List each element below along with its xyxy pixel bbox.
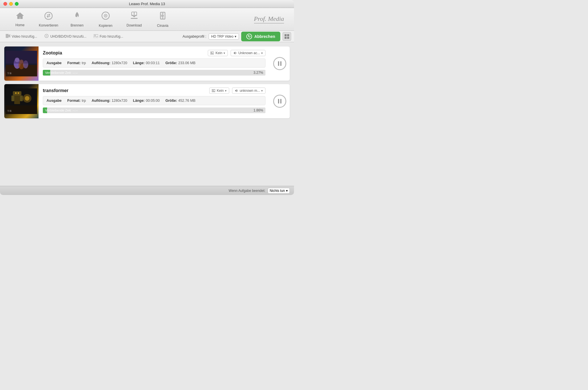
svg-rect-14 bbox=[287, 34, 289, 36]
chevron-down-icon: ▾ bbox=[225, 89, 227, 93]
svg-rect-34 bbox=[20, 96, 23, 101]
subtitle-dropdown-zootopia[interactable]: Kein ▾ bbox=[208, 50, 228, 56]
convert-icon bbox=[44, 11, 53, 22]
progress-remaining-transformer: Verbleibende Zeit: --:-- bbox=[45, 109, 78, 112]
minimize-button[interactable] bbox=[9, 2, 13, 6]
toolbar-item-burn[interactable]: Brennen bbox=[63, 9, 91, 29]
chevron-down-icon: ▾ bbox=[223, 51, 225, 55]
refresh-icon: ↻ bbox=[246, 34, 252, 39]
traffic-lights bbox=[3, 2, 19, 6]
progress-remaining-zootopia: Verbleibende Zeit: --:-- bbox=[45, 71, 78, 74]
media-details-zootopia: Ausgabe Format: trp Auflösung: 1280x720 … bbox=[43, 58, 265, 68]
media-title-transformer: transformer bbox=[43, 88, 206, 93]
main-toolbar: Home Konvertieren Brennen Kopieren bbox=[0, 8, 294, 31]
thumbnail-zootopia: 字幕 bbox=[4, 46, 39, 81]
svg-rect-42 bbox=[212, 91, 215, 92]
svg-rect-8 bbox=[6, 34, 9, 38]
toolbar-label-copy: Kopieren bbox=[99, 24, 112, 28]
pause-area-zootopia bbox=[270, 46, 290, 81]
svg-point-38 bbox=[25, 96, 29, 101]
progress-percent-transformer: 1.86% bbox=[253, 108, 263, 112]
svg-rect-36 bbox=[18, 92, 19, 94]
burn-icon bbox=[74, 11, 80, 22]
svg-rect-13 bbox=[285, 34, 287, 36]
toolbar-label-home: Home bbox=[15, 23, 25, 27]
media-info-transformer: transformer Kein ▾ unknown m... bbox=[39, 84, 270, 118]
svg-rect-31 bbox=[14, 94, 20, 104]
video-add-icon bbox=[6, 34, 10, 39]
svg-point-2 bbox=[105, 15, 106, 16]
svg-rect-16 bbox=[287, 37, 289, 39]
status-label: Wenn Aufgabe beendet: bbox=[229, 189, 265, 193]
media-item-transformer: 字幕 transformer Kein ▾ bbox=[4, 84, 290, 118]
toolbar-label-download: Download bbox=[126, 23, 142, 27]
progress-area-transformer: Verbleibende Zeit: --:-- 1.86% bbox=[43, 107, 265, 113]
svg-point-10 bbox=[46, 35, 47, 36]
pause-button-zootopia[interactable] bbox=[273, 57, 286, 70]
output-profile-select[interactable]: HD TRP Video ▾ bbox=[209, 33, 239, 40]
svg-text:字幕: 字幕 bbox=[7, 110, 12, 112]
add-video-button[interactable]: Video hinzufüg... bbox=[3, 33, 40, 40]
toolbar-item-home[interactable]: Home bbox=[6, 9, 34, 29]
sub-toolbar: Video hinzufüg... UHD/BD/DVD hinzufü... … bbox=[0, 31, 294, 42]
chevron-down-icon: ▾ bbox=[261, 89, 263, 93]
toolbar-item-copy[interactable]: Kopieren bbox=[91, 9, 120, 29]
toolbar-label-burn: Brennen bbox=[71, 23, 83, 27]
chevron-down-icon: ▾ bbox=[286, 189, 288, 193]
toolbar-item-download[interactable]: Download bbox=[120, 9, 148, 29]
media-header-zootopia: Zootopia Kein ▾ Unknown ac... bbox=[43, 50, 265, 56]
window-title: Leawo Prof. Media 13 bbox=[129, 2, 165, 6]
svg-rect-28 bbox=[211, 53, 213, 54]
svg-rect-33 bbox=[11, 96, 14, 101]
media-title-zootopia: Zootopia bbox=[43, 50, 205, 56]
title-bar: Leawo Prof. Media 13 bbox=[0, 0, 294, 8]
toolbar-item-cinavia[interactable]: Cinavia bbox=[148, 9, 177, 29]
main-content: 字幕 Zootopia Kein ▾ bbox=[0, 42, 294, 126]
download-icon bbox=[130, 11, 138, 22]
add-photo-button[interactable]: Foto hinzufüg... bbox=[91, 33, 126, 40]
media-item-zootopia: 字幕 Zootopia Kein ▾ bbox=[4, 46, 290, 81]
cancel-button[interactable]: ↻ Abbrechen bbox=[241, 32, 280, 41]
chevron-down-icon: ▾ bbox=[261, 51, 263, 55]
svg-rect-40 bbox=[212, 90, 215, 92]
svg-rect-41 bbox=[212, 90, 214, 91]
status-select[interactable]: Nichts tun ▾ bbox=[268, 188, 290, 194]
svg-rect-27 bbox=[211, 52, 212, 53]
audio-dropdown-zootopia[interactable]: Unknown ac... ▾ bbox=[231, 50, 265, 56]
uhd-add-icon bbox=[44, 34, 49, 39]
pause-icon-zootopia bbox=[278, 61, 281, 66]
photo-add-icon bbox=[94, 34, 98, 39]
progress-bar-zootopia: Verbleibende Zeit: --:-- 3.27% bbox=[43, 70, 265, 76]
progress-area-zootopia: Verbleibende Zeit: --:-- 3.27% bbox=[43, 70, 265, 76]
grid-view-button[interactable] bbox=[283, 32, 291, 41]
status-bar: Wenn Aufgabe beendet: Nichts tun ▾ bbox=[0, 186, 294, 195]
chevron-down-icon: ▾ bbox=[235, 34, 236, 38]
home-icon bbox=[16, 12, 24, 22]
media-header-transformer: transformer Kein ▾ unknown m... bbox=[43, 88, 265, 94]
svg-rect-26 bbox=[210, 52, 214, 54]
app-logo: Prof. Media bbox=[254, 15, 289, 23]
svg-text:字幕: 字幕 bbox=[7, 72, 12, 75]
audio-dropdown-transformer[interactable]: unknown m... ▾ bbox=[232, 88, 265, 94]
cinavia-icon bbox=[159, 11, 167, 22]
toolbar-item-convert[interactable]: Konvertieren bbox=[34, 9, 63, 29]
thumbnail-transformer: 字幕 bbox=[4, 84, 39, 118]
pause-icon-transformer bbox=[278, 99, 281, 103]
copy-icon bbox=[101, 11, 110, 22]
svg-rect-3 bbox=[131, 18, 138, 19]
svg-rect-32 bbox=[13, 91, 21, 96]
svg-rect-24 bbox=[6, 51, 37, 64]
svg-rect-35 bbox=[15, 92, 17, 94]
media-details-transformer: Ausgabe Format: trp Auflösung: 1280x720 … bbox=[43, 96, 265, 105]
maximize-button[interactable] bbox=[15, 2, 19, 6]
svg-rect-15 bbox=[285, 37, 287, 39]
progress-bar-transformer: Verbleibende Zeit: --:-- 1.86% bbox=[43, 107, 265, 113]
add-uhd-button[interactable]: UHD/BD/DVD hinzufü... bbox=[41, 33, 89, 40]
output-profile-label: Ausgabeprofil : bbox=[182, 34, 206, 38]
close-button[interactable] bbox=[3, 2, 7, 6]
toolbar-label-convert: Konvertieren bbox=[39, 23, 58, 27]
subtitle-dropdown-transformer[interactable]: Kein ▾ bbox=[209, 88, 229, 94]
toolbar-label-cinavia: Cinavia bbox=[157, 24, 168, 28]
media-info-zootopia: Zootopia Kein ▾ Unknown ac... bbox=[39, 46, 270, 81]
pause-button-transformer[interactable] bbox=[273, 95, 286, 108]
